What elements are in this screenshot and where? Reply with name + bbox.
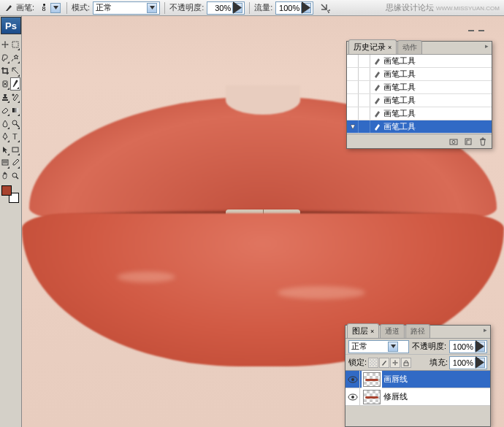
svg-point-2 <box>328 12 329 13</box>
layer-fill-input[interactable]: 100% <box>449 356 487 369</box>
brush-tool-icon <box>4 4 13 12</box>
mode-label: 模式: <box>72 2 90 13</box>
brush-tool[interactable] <box>10 77 20 91</box>
stamp-tool[interactable] <box>0 91 10 104</box>
panel-menu-icon[interactable]: ▸ <box>483 42 490 50</box>
color-swatches[interactable] <box>1 185 19 203</box>
svg-rect-3 <box>12 42 18 47</box>
svg-point-1 <box>329 9 330 11</box>
history-item[interactable]: 画笔工具 <box>347 55 492 68</box>
svg-point-0 <box>327 10 329 12</box>
tab-channels[interactable]: 通道 <box>380 324 405 338</box>
history-item[interactable]: 画笔工具 <box>347 68 492 81</box>
svg-rect-18 <box>404 363 408 366</box>
tab-paths[interactable]: 路径 <box>405 324 430 338</box>
svg-rect-9 <box>12 147 18 152</box>
history-item[interactable]: 画笔工具 <box>347 81 492 94</box>
svg-rect-15 <box>370 359 377 366</box>
visibility-toggle[interactable] <box>345 388 360 406</box>
eye-icon <box>348 376 358 383</box>
layer-name[interactable]: 修唇线 <box>383 391 408 402</box>
history-brush-tool[interactable] <box>10 91 20 104</box>
svg-point-13 <box>452 140 455 143</box>
history-source-icon <box>349 123 356 131</box>
opacity-input[interactable]: 30% <box>207 1 245 15</box>
pen-tool[interactable] <box>0 130 10 143</box>
eraser-tool[interactable] <box>0 104 10 117</box>
tools-palette: Ps T <box>0 16 22 427</box>
slice-tool[interactable] <box>10 64 20 77</box>
history-item[interactable]: 画笔工具 <box>347 107 492 120</box>
svg-rect-6 <box>12 108 18 112</box>
layer-name[interactable]: 画唇线 <box>383 374 408 385</box>
fill-label: 填充: <box>429 357 448 368</box>
visibility-toggle[interactable] <box>345 371 360 388</box>
new-state-icon[interactable] <box>464 137 473 146</box>
opacity-label: 不透明度: <box>169 2 204 13</box>
zoom-tool[interactable] <box>10 169 20 182</box>
layer-item[interactable]: 画唇线 <box>345 371 490 388</box>
watermark: 思缘设计论坛 WWW.MISSYUAN.COM <box>386 2 500 13</box>
marquee-tool[interactable] <box>10 38 20 51</box>
layer-opacity-label: 不透明度: <box>412 341 446 352</box>
move-tool[interactable] <box>0 38 10 51</box>
blend-mode-select[interactable]: 正常 <box>93 1 160 15</box>
panel-menu-icon[interactable]: ▸ <box>481 326 489 334</box>
shape-tool[interactable] <box>10 143 20 156</box>
lock-transparency-icon[interactable] <box>368 358 378 368</box>
lock-position-icon[interactable] <box>390 358 400 368</box>
hand-tool[interactable] <box>0 169 10 182</box>
trash-icon[interactable] <box>478 137 487 146</box>
flow-label: 流量: <box>254 2 272 13</box>
brush-preset-picker[interactable]: 8 <box>37 2 62 14</box>
layer-thumbnail[interactable] <box>363 390 381 404</box>
layer-list: 画唇线 修唇线 <box>345 371 490 406</box>
wand-tool[interactable] <box>10 51 20 64</box>
dodge-tool[interactable] <box>10 117 20 130</box>
tab-actions[interactable]: 动作 <box>397 40 422 54</box>
type-tool[interactable]: T <box>10 130 20 143</box>
layer-blend-select[interactable]: 正常 <box>348 340 409 353</box>
lasso-tool[interactable] <box>0 51 10 64</box>
history-list: 画笔工具 画笔工具 画笔工具 画笔工具 画笔工具 画笔工具 <box>347 55 492 134</box>
path-select-tool[interactable] <box>0 143 10 156</box>
lock-pixels-icon[interactable] <box>379 358 389 368</box>
chevron-down-icon[interactable] <box>147 3 157 13</box>
new-snapshot-icon[interactable] <box>449 137 458 146</box>
svg-point-20 <box>351 378 354 381</box>
heal-tool[interactable] <box>0 77 10 91</box>
brush-label: 画笔: <box>16 2 34 13</box>
chevron-down-icon[interactable] <box>50 3 61 13</box>
tab-layers[interactable]: 图层× <box>347 323 379 338</box>
foreground-color[interactable] <box>1 185 12 196</box>
flow-input[interactable]: 100% <box>275 1 313 15</box>
tab-history[interactable]: 历史记录× <box>348 39 397 54</box>
chevron-right-icon[interactable] <box>301 3 311 13</box>
eye-icon <box>348 393 358 401</box>
layers-panel: 图层× 通道 路径 ▸ 正常 不透明度: 100% 锁定: 填充: 100% 画… <box>345 325 491 427</box>
layer-item[interactable]: 修唇线 <box>345 388 490 406</box>
layer-opacity-input[interactable]: 100% <box>449 340 487 353</box>
svg-text:T: T <box>12 132 18 141</box>
gradient-tool[interactable] <box>10 104 20 117</box>
svg-rect-14 <box>465 139 471 145</box>
blur-tool[interactable] <box>0 117 10 130</box>
crop-tool[interactable] <box>0 64 10 77</box>
lock-all-icon[interactable] <box>401 358 411 368</box>
ps-logo-icon[interactable]: Ps <box>1 17 21 34</box>
history-panel: 历史记录× 动作 ▸ 画笔工具 画笔工具 画笔工具 画笔工具 画笔工具 画笔工具 <box>346 41 492 149</box>
eyedropper-tool[interactable] <box>10 156 20 169</box>
notes-tool[interactable] <box>0 156 10 169</box>
airbrush-icon[interactable] <box>319 2 331 14</box>
svg-point-5 <box>12 94 15 96</box>
svg-point-22 <box>351 396 354 399</box>
chevron-right-icon[interactable] <box>232 3 243 13</box>
history-item[interactable]: 画笔工具 <box>347 94 492 107</box>
layer-thumbnail[interactable] <box>363 372 381 387</box>
lock-label: 锁定: <box>348 357 367 368</box>
history-item[interactable]: 画笔工具 <box>347 120 492 134</box>
